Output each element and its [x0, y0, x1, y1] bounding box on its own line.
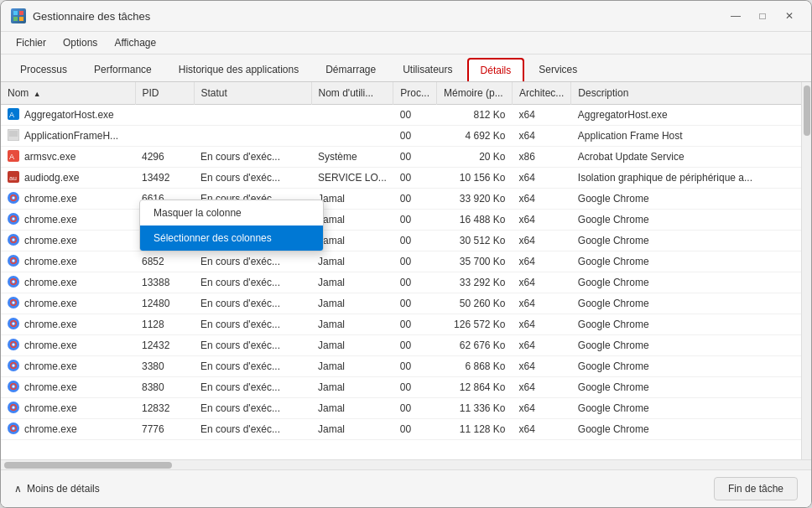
ctx-selectionner[interactable]: Sélectionner des colonnes — [140, 225, 323, 251]
less-details-label: Moins de détails — [27, 483, 100, 495]
cell-name: chrome.exe — [1, 293, 135, 314]
table-row[interactable]: A armsvc.exe 4296 En cours d'exéc... Sys… — [1, 147, 801, 168]
table-row[interactable]: chrome.exe 3288 En cours d'exéc... Jamal… — [1, 210, 801, 231]
process-name-text: chrome.exe — [24, 381, 77, 393]
cell-pid: 12432 — [135, 335, 194, 356]
table-row[interactable]: A AggregatorHost.exe 00 812 Ko x64 Aggre… — [1, 105, 801, 126]
tab-utilisateurs[interactable]: Utilisateurs — [390, 58, 465, 81]
cell-name: chrome.exe — [1, 189, 135, 210]
cell-util: Jamal — [311, 377, 393, 398]
table-row[interactable]: chrome.exe 6616 En cours d'exéc... Jamal… — [1, 189, 801, 210]
process-name-text: armsvc.exe — [24, 151, 75, 163]
cell-util: Jamal — [311, 272, 393, 293]
window-controls: — □ ✕ — [724, 8, 801, 24]
cell-name: chrome.exe — [1, 251, 135, 272]
table-row[interactable]: ApplicationFrameH... 00 4 692 Ko x64 App… — [1, 126, 801, 147]
cell-name: chrome.exe — [1, 377, 135, 398]
cell-util: Jamal — [311, 398, 393, 419]
svg-text:A: A — [9, 153, 14, 161]
table-row[interactable]: chrome.exe 6852 En cours d'exéc... Jamal… — [1, 251, 801, 272]
menu-affichage[interactable]: Affichage — [106, 34, 164, 52]
cell-proc: 00 — [393, 314, 437, 335]
col-header-nom[interactable]: Nom ▲ — [1, 82, 135, 105]
cell-mem: 33 920 Ko — [437, 189, 513, 210]
svg-rect-7 — [9, 131, 18, 137]
tab-bar: Processus Performance Historique des app… — [1, 54, 811, 82]
table-row[interactable]: chrome.exe 12432 En cours d'exéc... Jama… — [1, 335, 801, 356]
cell-util: Jamal — [311, 293, 393, 314]
table-row[interactable]: chrome.exe 8380 En cours d'exéc... Jamal… — [1, 377, 801, 398]
cell-desc: Google Chrome — [571, 335, 801, 356]
cell-mem: 33 292 Ko — [437, 272, 513, 293]
process-table: Nom ▲ PID Statut Nom d'utili... Proc... … — [1, 82, 801, 440]
cell-desc: Google Chrome — [571, 231, 801, 251]
cell-statut: En cours d'exéc... — [194, 419, 311, 440]
minimize-button[interactable]: — — [724, 8, 747, 24]
cell-proc: 00 — [393, 147, 437, 168]
tab-performance[interactable]: Performance — [81, 58, 164, 81]
table-row[interactable]: chrome.exe 13388 En cours d'exéc... Jama… — [1, 272, 801, 293]
window-title: Gestionnaire des tâches — [33, 10, 724, 23]
svg-point-31 — [13, 281, 15, 283]
table-scroll-wrap: Nom ▲ PID Statut Nom d'utili... Proc... … — [1, 82, 811, 459]
cell-pid: 6852 — [135, 251, 194, 272]
h-scrollbar-thumb[interactable] — [4, 462, 172, 469]
menu-options[interactable]: Options — [55, 34, 106, 52]
table-row[interactable]: au audiodg.exe 13492 En cours d'exéc... … — [1, 168, 801, 189]
col-header-arch[interactable]: Architec... — [513, 82, 571, 105]
cell-desc: Google Chrome — [571, 189, 801, 210]
cell-arch: x64 — [513, 377, 571, 398]
table-row[interactable]: chrome.exe 3380 En cours d'exéc... Jamal… — [1, 356, 801, 377]
menu-fichier[interactable]: Fichier — [8, 34, 55, 52]
col-header-desc[interactable]: Description — [571, 82, 801, 105]
table-row[interactable]: chrome.exe 12832 En cours d'exéc... Jama… — [1, 398, 801, 419]
horizontal-scrollbar[interactable] — [1, 459, 811, 469]
cell-name: A armsvc.exe — [1, 147, 135, 168]
cell-util: Jamal — [311, 251, 393, 272]
cell-proc: 00 — [393, 335, 437, 356]
svg-point-19 — [13, 218, 15, 220]
svg-rect-3 — [19, 17, 23, 21]
menu-bar: Fichier Options Affichage — [1, 32, 811, 54]
cell-proc: 00 — [393, 210, 437, 231]
table-row[interactable]: chrome.exe 1128 En cours d'exéc... Jamal… — [1, 314, 801, 335]
cell-desc: Google Chrome — [571, 377, 801, 398]
process-name-text: chrome.exe — [24, 402, 77, 414]
vertical-scrollbar[interactable] — [801, 82, 811, 459]
cell-arch: x64 — [513, 105, 571, 126]
tab-demarrage[interactable]: Démarrage — [313, 58, 388, 81]
cell-pid: 4296 — [135, 147, 194, 168]
col-header-statut[interactable]: Statut — [194, 82, 311, 105]
cell-desc: Google Chrome — [571, 210, 801, 231]
tab-historique[interactable]: Historique des applications — [166, 58, 311, 81]
scrollbar-thumb[interactable] — [804, 86, 810, 136]
table-row[interactable]: chrome.exe 12480 En cours d'exéc... Jama… — [1, 293, 801, 314]
process-table-body: A AggregatorHost.exe 00 812 Ko x64 Aggre… — [1, 105, 801, 440]
tab-processus[interactable]: Processus — [8, 58, 80, 81]
tab-services[interactable]: Services — [526, 58, 590, 81]
ctx-masquer[interactable]: Masquer la colonne — [140, 200, 323, 225]
process-table-container[interactable]: Nom ▲ PID Statut Nom d'utili... Proc... … — [1, 82, 801, 459]
maximize-button[interactable]: □ — [751, 8, 774, 24]
table-header-row: Nom ▲ PID Statut Nom d'utili... Proc... … — [1, 82, 801, 105]
col-header-memoire[interactable]: Mémoire (p... — [437, 82, 513, 105]
col-header-proc[interactable]: Proc... — [393, 82, 437, 105]
close-button[interactable]: ✕ — [778, 8, 801, 24]
cell-proc: 00 — [393, 105, 437, 126]
cell-proc: 00 — [393, 272, 437, 293]
title-bar: Gestionnaire des tâches — □ ✕ — [1, 1, 811, 32]
cell-arch: x64 — [513, 189, 571, 210]
table-row[interactable]: chrome.exe 7776 En cours d'exéc... Jamal… — [1, 419, 801, 440]
tab-details[interactable]: Détails — [467, 58, 525, 81]
cell-mem: 4 692 Ko — [437, 126, 513, 147]
cell-mem: 11 336 Ko — [437, 398, 513, 419]
col-header-pid[interactable]: PID — [135, 82, 194, 105]
process-icon — [8, 360, 21, 373]
cell-arch: x64 — [513, 314, 571, 335]
table-row[interactable]: chrome.exe 11964 En cours d'exéc... Jama… — [1, 231, 801, 251]
col-header-util[interactable]: Nom d'utili... — [311, 82, 393, 105]
cell-util: Système — [311, 147, 393, 168]
less-details-button[interactable]: ∧ Moins de détails — [14, 483, 100, 495]
end-task-button[interactable]: Fin de tâche — [714, 477, 798, 500]
cell-statut: En cours d'exéc... — [194, 147, 311, 168]
